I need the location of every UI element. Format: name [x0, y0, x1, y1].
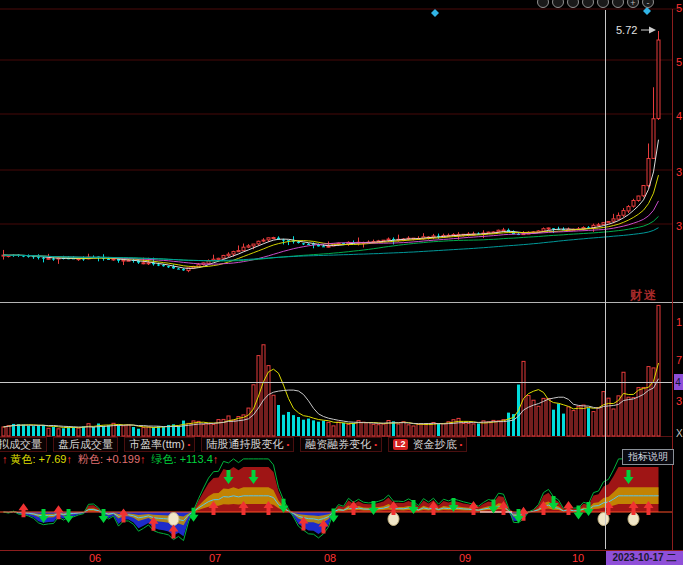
watermark-text: 财迷	[630, 287, 658, 304]
svg-text:07: 07	[209, 552, 221, 564]
legend-arrow-icon: ↑	[66, 453, 72, 465]
window-icon[interactable]	[583, 0, 594, 8]
svg-text:-: -	[647, 0, 650, 8]
l2-badge: L2	[393, 439, 408, 450]
tab-3[interactable]: 市盈率(ttm)•	[124, 437, 195, 452]
globe-icon[interactable]	[538, 0, 549, 8]
notification-dot-icon: •	[188, 438, 191, 451]
tab-5[interactable]: 融资融券变化•	[300, 437, 382, 452]
tab-4[interactable]: 陆股通持股变化•	[201, 437, 294, 452]
legend-arrow-icon: ↑	[213, 453, 219, 465]
tools-icon[interactable]	[553, 0, 564, 8]
legend-prefix-arrow: ↑	[2, 453, 8, 465]
svg-text:+: +	[630, 0, 635, 8]
notification-dot-icon: •	[286, 438, 289, 451]
tab-label: 融资融券变化	[305, 438, 371, 451]
crosshair-date-tag: 2023-10-17 二	[606, 551, 683, 565]
stock-app-window: 455433173X06070809105.72+- 财迷 虚拟成交量盘后成交量…	[0, 0, 683, 565]
legend-item-2: 粉色: +0.199↑	[78, 453, 149, 465]
tab-label: 虚拟成交量	[0, 438, 42, 451]
indicator-help-button[interactable]: 指标说明	[622, 449, 674, 465]
download-icon[interactable]	[568, 0, 579, 8]
notification-dot-icon: •	[374, 438, 377, 451]
legend-arrow-icon: ↑	[140, 453, 146, 465]
notification-dot-icon: •	[460, 438, 463, 451]
svg-text:08: 08	[324, 552, 336, 564]
tab-2[interactable]: 盘后成交量	[53, 437, 118, 452]
price-pane[interactable]	[0, 9, 683, 302]
svg-text:10: 10	[572, 552, 584, 564]
svg-text:06: 06	[89, 552, 101, 564]
tab-1[interactable]: 虚拟成交量	[0, 437, 47, 452]
svg-text:09: 09	[459, 552, 471, 564]
tab-label: 资金抄底	[413, 438, 457, 451]
lock-icon[interactable]	[598, 0, 609, 8]
legend-item-1: 黄色: +7.69↑	[11, 453, 75, 465]
indicator-pane[interactable]	[0, 466, 683, 549]
tab-label: 陆股通持股变化	[206, 438, 283, 451]
indicator-legend: ↑黄色: +7.69↑粉色: +0.199↑绿色: +113.4↑	[2, 452, 224, 465]
tab-label: 盘后成交量	[58, 438, 113, 451]
tab-label: 市盈率(ttm)	[129, 438, 185, 451]
refresh-icon[interactable]	[613, 0, 624, 8]
tab-6[interactable]: L2资金抄底•	[388, 437, 467, 452]
legend-item-3: 绿色: +113.4↑	[152, 453, 222, 465]
bottom-tab-bar: 虚拟成交量盘后成交量市盈率(ttm)•陆股通持股变化•融资融券变化•L2资金抄底…	[0, 437, 467, 452]
volume-pane[interactable]	[0, 303, 683, 436]
